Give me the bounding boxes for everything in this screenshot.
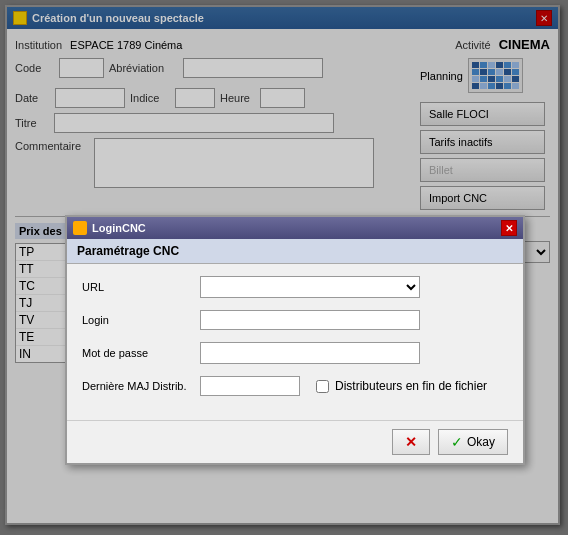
ok-button[interactable]: ✓ Okay — [438, 429, 508, 455]
mdp-input[interactable] — [200, 342, 420, 364]
ok-check-icon: ✓ — [451, 434, 463, 450]
login-cnc-dialog: LoginCNC ✕ Paramétrage CNC URL Login Mot… — [65, 215, 525, 465]
login-input[interactable] — [200, 310, 420, 330]
distributeurs-check-row: Distributeurs en fin de fichier — [316, 379, 487, 393]
login-label: Login — [82, 314, 192, 326]
maj-row: Dernière MAJ Distrib. 01/01/2017 Distrib… — [82, 376, 508, 396]
ok-label: Okay — [467, 435, 495, 449]
distributeurs-label: Distributeurs en fin de fichier — [335, 379, 487, 393]
modal-overlay: LoginCNC ✕ Paramétrage CNC URL Login Mot… — [0, 0, 568, 535]
maj-input[interactable]: 01/01/2017 — [200, 376, 300, 396]
modal-icon — [73, 221, 87, 235]
mdp-label: Mot de passe — [82, 347, 192, 359]
url-row: URL — [82, 276, 508, 298]
modal-footer: ✕ ✓ Okay — [67, 420, 523, 463]
mdp-row: Mot de passe — [82, 342, 508, 364]
modal-title: LoginCNC — [92, 222, 146, 234]
modal-body: URL Login Mot de passe Dernière MAJ Dist… — [67, 264, 523, 420]
distributeurs-checkbox[interactable] — [316, 380, 329, 393]
cancel-button[interactable]: ✕ — [392, 429, 430, 455]
url-label: URL — [82, 281, 192, 293]
url-select[interactable] — [200, 276, 420, 298]
cancel-icon: ✕ — [405, 434, 417, 450]
modal-title-bar: LoginCNC ✕ — [67, 217, 523, 239]
modal-section-header: Paramétrage CNC — [67, 239, 523, 264]
login-row: Login — [82, 310, 508, 330]
maj-label: Dernière MAJ Distrib. — [82, 380, 192, 392]
modal-close-button[interactable]: ✕ — [501, 220, 517, 236]
